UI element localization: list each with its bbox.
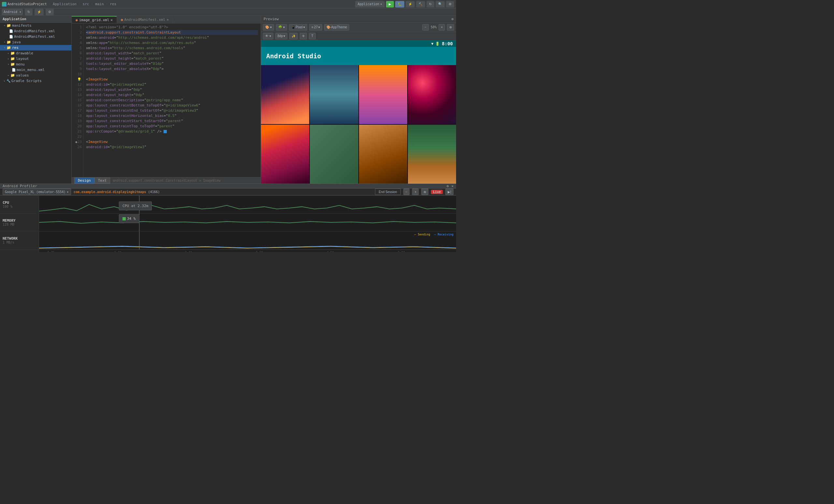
device-selector[interactable]: 📱 Pixel ▾ xyxy=(289,24,308,30)
dp-button[interactable]: 8dp ▾ xyxy=(275,33,288,39)
code-line-14: android:layout_height="0dp" xyxy=(86,92,258,98)
zoom-out-button[interactable]: − xyxy=(422,24,429,30)
timeline-labels-row: 2.25m 2.33m 2.42m 2.50m 2.58m 2.67m xyxy=(0,250,456,252)
zoom-fit-button[interactable]: ⊕ xyxy=(447,24,454,30)
crosshair-button[interactable]: ✛ xyxy=(300,33,307,39)
sidebar-item-layout[interactable]: ▸ 📁 layout xyxy=(0,56,71,62)
android-version-selector[interactable]: Android ▾ xyxy=(2,9,23,15)
sidebar-item-menu[interactable]: ▾ 📁 menu xyxy=(0,62,71,67)
editor-tabs: ◉ image_grid.xml ✕ ◉ AndroidManifest.xml… xyxy=(72,16,261,23)
component-tree-button[interactable]: 🌳 ▾ xyxy=(276,24,287,30)
sidebar-item-androidmanifest-2[interactable]: 📄 AndroidManifest.xml xyxy=(0,34,71,39)
editor-content[interactable]: 12345 678910 💡11 12131415 16171819 20212… xyxy=(72,23,261,177)
run-config-selector[interactable]: Application ▾ xyxy=(355,1,385,7)
sidebar-item-gradle-scripts[interactable]: ▸ 🔧 Gradle Scripts xyxy=(0,78,71,84)
close-tab-icon[interactable]: ✕ xyxy=(110,18,113,22)
memory-track-canvas[interactable]: 34 % xyxy=(39,213,456,231)
magic-button[interactable]: ✨ xyxy=(289,33,298,39)
palette-button[interactable]: 🎨 ▾ xyxy=(263,24,274,30)
run-button[interactable]: ▶ xyxy=(386,1,394,7)
preview-sub-toolbar: 👁 ▾ 8dp ▾ ✨ ✛ T xyxy=(261,32,456,40)
preview-settings-icon[interactable]: ⚙ xyxy=(451,17,454,21)
preview-header: Preview ⚙ xyxy=(261,16,456,23)
build-variants-button[interactable]: ⚡ xyxy=(35,9,44,15)
tab-image-grid-xml[interactable]: ◉ image_grid.xml ✕ xyxy=(72,16,117,23)
design-tab[interactable]: Design xyxy=(74,178,94,184)
design-text-tabs: Design Text xyxy=(74,178,110,184)
sidebar-item-main-menu-xml[interactable]: 📄 main_menu.xml xyxy=(0,67,71,73)
code-line-24: android:id="@+id/imageView3" xyxy=(86,144,258,150)
debug-button[interactable]: 🐛 xyxy=(395,1,404,7)
profiler-tracks: CPU 100 % CPU at 2.32m MEMORY 128 MB xyxy=(0,196,456,252)
search-everywhere-button[interactable]: 🔍 xyxy=(436,1,445,7)
code-editor[interactable]: <?xml version="1.0" encoding="utf-8"?> <… xyxy=(83,23,261,177)
profiler-settings-icon[interactable]: ⚙ xyxy=(447,184,449,188)
profiler-header: Android Profiler ⚙ ✕ xyxy=(0,184,456,188)
sidebar-item-manifests[interactable]: ▾ 📁 manifests xyxy=(0,23,71,28)
code-line-11: <ImageView xyxy=(86,77,258,82)
xml-icon: ◉ xyxy=(121,18,123,22)
build-button[interactable]: 🔨 xyxy=(416,1,425,7)
grid-image-6 xyxy=(310,125,358,184)
app-name-label: Android Studio xyxy=(266,52,321,60)
top-bar-right: Application ▾ ▶ 🐛 ⚡ 🔨 ↻ 🔍 ⚙ xyxy=(355,1,454,7)
xml-icon: ◉ xyxy=(75,18,78,22)
text-tool-button[interactable]: T xyxy=(309,33,315,39)
device-selector[interactable]: Google Pixel_XL (emulator-5554) ▾ xyxy=(3,188,71,195)
sync-button[interactable]: ↻ xyxy=(426,1,434,7)
expand-gradle-icon: ▸ xyxy=(3,79,6,83)
cpu-track-label: CPU 100 % xyxy=(0,196,39,213)
theme-selector[interactable]: 🎨 AppTheme xyxy=(324,24,349,30)
timeline-label-2: 2.33m xyxy=(114,251,123,252)
settings-button[interactable]: ⚙ xyxy=(446,1,454,7)
editor-bottom-bar: Design Text android.support.constraint.C… xyxy=(72,177,261,184)
editor-area: ◉ image_grid.xml ✕ ◉ AndroidManifest.xml… xyxy=(72,16,261,184)
sync-project-button[interactable]: ↻ xyxy=(25,9,32,15)
code-line-2: <android.support.constraint.ConstraintLa… xyxy=(86,30,258,35)
preview-toolbar: 🎨 ▾ 🌳 ▾ 📱 Pixel ▾ ≡ 27 ▾ 🎨 AppTheme − 50… xyxy=(261,23,456,32)
timeline-label-6: 2.67m xyxy=(398,251,407,252)
top-bar-left: AndroidStudioProject › Application › src… xyxy=(2,2,352,6)
zoom-in-button[interactable]: + xyxy=(439,24,445,30)
sidebar-item-res[interactable]: ▾ 📁 res xyxy=(0,45,71,50)
network-track-canvas[interactable]: — Sending — Receiving xyxy=(39,231,456,249)
folder-icon: 📁 xyxy=(6,40,11,44)
time-display: 8:00 xyxy=(442,41,453,46)
text-tab[interactable]: Text xyxy=(94,178,110,184)
api-selector[interactable]: ≡ 27 ▾ xyxy=(309,24,322,30)
breadcrumb-src[interactable]: src xyxy=(83,2,89,6)
code-line-7: android:layout_height="match_parent" xyxy=(86,56,258,61)
end-session-button[interactable]: End Session xyxy=(375,188,400,195)
sidebar-item-java[interactable]: ▾ 📁 java xyxy=(0,39,71,45)
profiler-close-icon[interactable]: ✕ xyxy=(451,184,454,188)
folder-icon: 📁 xyxy=(10,56,15,61)
breadcrumb-main[interactable]: main xyxy=(95,2,104,6)
fit-profiler-button[interactable]: ⊕ xyxy=(421,188,429,195)
toolbar-settings-button[interactable]: ⚙ xyxy=(46,9,54,15)
close-tab-icon[interactable]: ✕ xyxy=(167,18,169,22)
zoom-out-profiler-button[interactable]: − xyxy=(403,188,410,195)
profile-button[interactable]: ⚡ xyxy=(405,1,415,7)
timeline-label-5: 2.58m xyxy=(327,251,335,252)
zoom-in-profiler-button[interactable]: + xyxy=(412,188,419,195)
sidebar-item-values[interactable]: ▸ 📁 values xyxy=(0,73,71,78)
timeline-label-3: 2.42m xyxy=(185,251,194,252)
memory-tooltip: 34 % xyxy=(119,214,139,223)
sidebar-item-androidmanifest-1[interactable]: 📄 AndroidManifest.xml xyxy=(0,28,71,34)
tab-androidmanifest-xml[interactable]: ◉ AndroidManifest.xml ✕ xyxy=(117,16,173,23)
forward-button[interactable]: ▶| xyxy=(445,188,454,195)
sidebar-item-drawable[interactable]: ▸ 📁 drawable xyxy=(0,50,71,56)
sidebar-header: Application xyxy=(0,16,71,23)
folder-icon: 📁 xyxy=(6,46,11,50)
breadcrumb-application[interactable]: Application xyxy=(53,2,76,6)
breadcrumb-res[interactable]: res xyxy=(110,2,116,6)
main-layout: Application ▾ 📁 manifests 📄 AndroidManif… xyxy=(0,16,456,184)
cpu-track-row: CPU 100 % CPU at 2.32m xyxy=(0,196,456,213)
cpu-track-canvas[interactable]: CPU at 2.32m xyxy=(39,196,456,213)
profiler-title: Android Profiler xyxy=(3,184,37,188)
expand-java-icon: ▾ xyxy=(3,41,6,44)
code-line-12: android:id="@+id/imageView2" xyxy=(86,82,258,87)
code-line-15: android:contentDescription="@string/app_… xyxy=(86,98,258,103)
eye-button[interactable]: 👁 ▾ xyxy=(263,33,273,39)
breadcrumb-path: android.support.constraint.ConstraintLay… xyxy=(113,179,221,182)
